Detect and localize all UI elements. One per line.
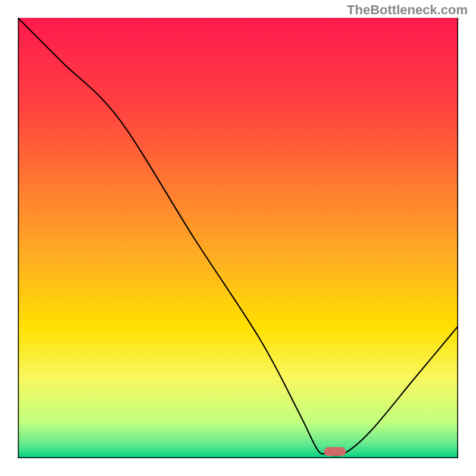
- optimum-marker: [324, 447, 346, 456]
- watermark-text: TheBottleneck.com: [347, 2, 468, 18]
- plot-area: [18, 18, 458, 458]
- chart-container: TheBottleneck.com: [0, 0, 476, 476]
- chart-background: [18, 18, 458, 458]
- chart-svg: [18, 18, 458, 458]
